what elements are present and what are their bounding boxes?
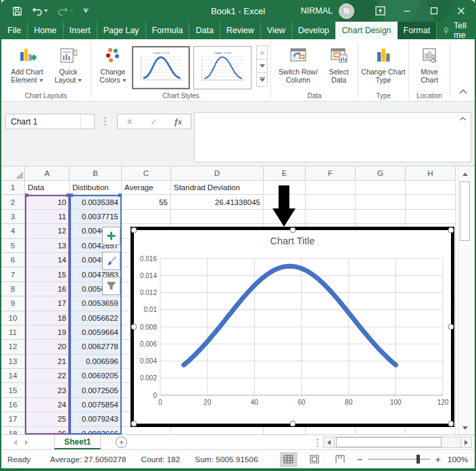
cell-E2[interactable] (264, 195, 306, 209)
cell-B1[interactable]: Distibution (70, 181, 122, 195)
row-header-10[interactable]: 10 (1, 311, 25, 326)
tab-data[interactable]: Data (189, 22, 219, 39)
chart-elements-plus-button[interactable] (102, 227, 120, 245)
chart-handle-bottom-left[interactable] (131, 421, 137, 427)
formula-bar-collapse-icon[interactable] (459, 115, 467, 122)
cell-A17[interactable]: 25 (25, 412, 70, 426)
cell-G3[interactable] (356, 210, 406, 224)
cell-B10[interactable]: 0.0056622 (70, 311, 122, 326)
column-header-F[interactable]: F (306, 166, 356, 181)
zoom-slider[interactable] (368, 455, 430, 464)
move-chart-button[interactable]: Move Chart (412, 42, 447, 84)
cell-C2[interactable]: 55 (122, 195, 171, 209)
cell-A5[interactable]: 13 (25, 239, 70, 253)
cell-B16[interactable]: 0.0075854 (70, 398, 122, 412)
row-header-15[interactable]: 15 (1, 383, 25, 397)
tab-chart-design[interactable]: Chart Design (335, 22, 398, 39)
scroll-down-button[interactable] (458, 422, 472, 434)
vertical-scroll-thumb[interactable] (460, 181, 470, 241)
status-average[interactable]: Average: 27.5050278 (50, 455, 126, 464)
zoom-slider-thumb[interactable] (416, 455, 420, 464)
gallery-more-button[interactable] (256, 72, 268, 87)
row-header-12[interactable]: 12 (1, 340, 25, 354)
chart-handle-bottom-middle[interactable] (289, 421, 295, 427)
avatar[interactable]: N (339, 3, 354, 19)
chart-handle-right-middle[interactable] (448, 324, 454, 330)
chart-style-2[interactable]: CHART TITLE ----- (193, 46, 252, 89)
chart-handle-top-middle[interactable] (289, 227, 295, 233)
tab-file[interactable]: File (1, 22, 27, 39)
cell-B11[interactable]: 0.0059664 (70, 326, 122, 340)
cell-E1[interactable] (264, 181, 306, 195)
chart-object[interactable]: Chart Title 00.0020.0040.0060.0080.010.0… (130, 227, 454, 427)
cell-G2[interactable] (356, 195, 406, 209)
row-header-14[interactable]: 14 (1, 369, 25, 383)
cell-F2[interactable] (306, 195, 356, 209)
cell-D1[interactable]: Standrad Deviation (171, 181, 264, 195)
sheet-nav-right-icon[interactable] (25, 440, 28, 445)
name-box[interactable]: Chart 1 (5, 114, 95, 129)
chart-filters-funnel-button[interactable] (102, 277, 120, 295)
scroll-right-button[interactable] (460, 437, 471, 447)
tab-page-lay[interactable]: Page Lay (97, 22, 145, 39)
chart-title[interactable]: Chart Title (134, 236, 451, 246)
cell-A14[interactable]: 22 (25, 369, 70, 383)
customize-qat-icon[interactable] (83, 9, 89, 14)
cell-F18[interactable] (306, 427, 356, 434)
row-header-1[interactable]: 1 (1, 181, 25, 195)
account-area[interactable]: NIRMAL N (301, 3, 354, 19)
row-header-4[interactable]: 4 (1, 224, 25, 238)
tab-view[interactable]: View (260, 22, 291, 39)
cell-A1[interactable]: Data (25, 181, 70, 195)
tab-home[interactable]: Home (27, 22, 62, 39)
horizontal-scroll-thumb[interactable] (336, 437, 442, 447)
cell-A13[interactable]: 21 (25, 355, 70, 369)
chart-style-1[interactable]: CHART TITLE ----- (132, 46, 190, 89)
cell-E18[interactable] (264, 427, 306, 434)
maximize-button[interactable] (421, 0, 448, 22)
column-header-H[interactable]: H (406, 166, 456, 181)
vertical-scrollbar[interactable] (458, 166, 471, 434)
cell-B18[interactable]: 0.0082666 (70, 427, 122, 434)
gallery-scroll-down[interactable] (256, 59, 268, 73)
row-header-17[interactable]: 17 (1, 412, 25, 426)
tabstrip-separator[interactable] (316, 438, 318, 447)
cell-A10[interactable]: 18 (25, 311, 70, 326)
cell-A8[interactable]: 16 (25, 282, 70, 296)
row-header-7[interactable]: 7 (1, 267, 25, 282)
normal-view-button[interactable] (280, 452, 298, 467)
cell-A11[interactable]: 19 (25, 326, 70, 340)
tab-insert[interactable]: Insert (63, 22, 97, 39)
save-icon[interactable] (12, 6, 22, 16)
cell-A7[interactable]: 15 (25, 267, 70, 282)
row-header-5[interactable]: 5 (1, 239, 25, 253)
insert-function-button[interactable]: fx (174, 116, 182, 127)
cell-C1[interactable]: Average (122, 181, 171, 195)
cell-D2[interactable]: 26.41338045 (171, 195, 264, 209)
cell-H1[interactable] (406, 181, 456, 195)
change-colors-button[interactable]: Change Colors (94, 42, 132, 84)
undo-caret-icon[interactable] (44, 9, 48, 12)
chart-handle-top-left[interactable] (131, 227, 137, 233)
change-chart-type-button[interactable]: Change Chart Type (361, 42, 406, 84)
row-header-18[interactable]: 18 (1, 427, 25, 434)
cell-B15[interactable]: 0.0072505 (70, 383, 122, 397)
sheet-nav-left-icon[interactable] (14, 440, 17, 445)
select-all-button[interactable] (1, 166, 25, 181)
cell-B2[interactable]: 0.0035384 (70, 195, 122, 209)
cell-B14[interactable]: 0.0069205 (70, 369, 122, 383)
name-box-dropdown[interactable] (80, 114, 94, 129)
cell-A12[interactable]: 20 (25, 340, 70, 354)
formula-input[interactable] (194, 112, 471, 162)
cell-B9[interactable]: 0.0053659 (70, 296, 122, 311)
tell-me[interactable]: Tell me (436, 22, 476, 39)
new-sheet-button[interactable]: + (116, 436, 127, 448)
quick-layout-button[interactable]: Quick Layout (49, 42, 88, 84)
page-layout-view-button[interactable] (306, 452, 323, 467)
close-button[interactable] (448, 0, 475, 22)
cell-B3[interactable]: 0.0037715 (70, 210, 122, 224)
chart-handle-top-right[interactable] (448, 227, 454, 233)
cell-A2[interactable]: 10 (25, 195, 70, 209)
sheet-tab-sheet1[interactable]: Sheet1 (54, 435, 101, 449)
cell-A3[interactable]: 11 (25, 210, 70, 224)
